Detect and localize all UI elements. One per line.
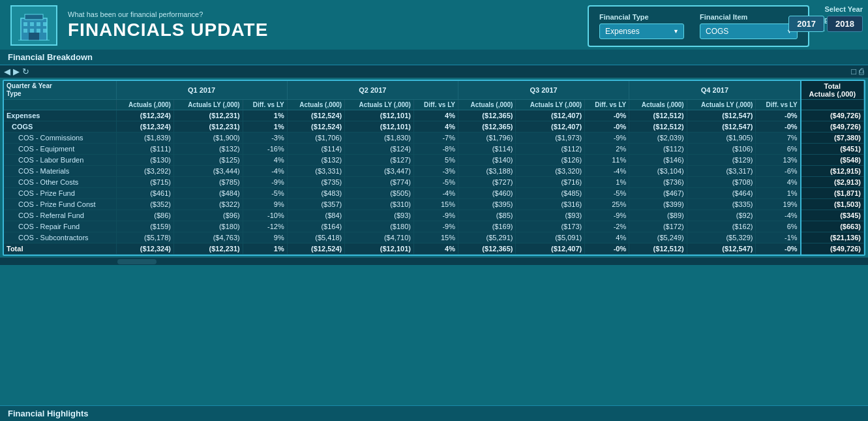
q3-actuals-ly-cell: ($173) (516, 221, 585, 232)
q3-actuals-ly-cell: ($126) (516, 155, 585, 166)
q1-header: Q1 2017 (116, 81, 287, 100)
q1-diff-cell: -16% (243, 144, 287, 155)
q1-actuals-cell: ($352) (116, 199, 173, 210)
total-cell: ($2,913) (801, 177, 864, 188)
q4-actuals-h: Actuals (,000) (629, 100, 687, 110)
q1-actuals-ly-cell: ($132) (173, 144, 243, 155)
q1-diff-cell: 1% (243, 121, 287, 133)
total-cell: ($49,726) (801, 243, 864, 255)
q3-diff-cell: -2% (585, 221, 629, 232)
q3-actuals-cell: ($5,291) (458, 232, 516, 243)
q3-actuals-cell: ($1,796) (458, 133, 516, 144)
q4-actuals-ly-cell: ($12,547) (687, 243, 756, 255)
q1-diff-cell: -12% (243, 221, 287, 232)
q2-actuals-cell: ($1,706) (287, 133, 344, 144)
year-2017-button[interactable]: 2017 (788, 16, 824, 32)
q4-actuals-cell: ($736) (629, 177, 687, 188)
q1-actuals-cell: ($12,324) (116, 110, 173, 121)
header: What has been our financial performance?… (0, 0, 868, 50)
total-cell: ($12,915) (801, 166, 864, 177)
q2-diff-cell: 4% (413, 243, 458, 255)
q3-actuals-ly-cell: ($12,407) (516, 243, 585, 255)
row-label-cell: COS - Prize Fund (4, 188, 116, 199)
q2-actuals-cell: ($164) (287, 221, 344, 232)
q2-actuals-ly-cell: ($4,710) (345, 232, 414, 243)
q4-actuals-ly-cell: ($12,547) (687, 121, 756, 133)
table-row: COGS($12,324)($12,231)1%($12,524)($12,10… (4, 121, 864, 133)
table-row: COS - Materials($3,292)($3,444)-4%($3,33… (4, 166, 864, 177)
financial-type-select-wrapper[interactable]: Expenses (599, 23, 684, 39)
q1-actuals-cell: ($5,178) (116, 232, 173, 243)
financial-type-select[interactable]: Expenses (599, 23, 684, 39)
q3-actuals-ly-cell: ($3,320) (516, 166, 585, 177)
row-label-cell: COS - Labor Burden (4, 155, 116, 166)
q1-diff-cell: 1% (243, 110, 287, 121)
year-2018-button[interactable]: 2018 (827, 16, 863, 32)
q3-diff-h: Diff. vs LY (585, 100, 629, 110)
print-icon[interactable]: ⎙ (859, 67, 864, 76)
horizontal-scrollbar[interactable] (0, 257, 868, 265)
q1-diff-cell: 1% (243, 243, 287, 255)
q4-actuals-ly-cell: ($129) (687, 155, 756, 166)
q1-actuals-cell: ($1,839) (116, 133, 173, 144)
q4-actuals-cell: ($12,512) (629, 110, 687, 121)
q2-actuals-ly-cell: ($12,101) (345, 243, 414, 255)
financial-item-select-wrapper[interactable]: COGS (700, 23, 798, 39)
q2-actuals-ly-cell: ($180) (345, 221, 414, 232)
svg-rect-9 (43, 29, 47, 33)
q4-diff-cell: 6% (756, 144, 801, 155)
q4-diff-cell: 4% (756, 177, 801, 188)
q4-actuals-ly-cell: ($162) (687, 221, 756, 232)
q3-actuals-ly-cell: ($1,973) (516, 133, 585, 144)
q2-actuals-cell: ($12,524) (287, 243, 344, 255)
q3-actuals-ly-cell: ($112) (516, 144, 585, 155)
q2-header: Q2 2017 (287, 81, 458, 100)
q4-diff-cell: 1% (756, 188, 801, 199)
refresh-icon[interactable]: ↻ (22, 67, 29, 76)
q1-actuals-ly-cell: ($3,444) (173, 166, 243, 177)
q1-diff-cell: -4% (243, 166, 287, 177)
q2-actuals-ly-cell: ($1,830) (345, 133, 414, 144)
financial-highlights-label: Financial Highlights (0, 405, 868, 421)
svg-rect-7 (30, 29, 34, 33)
q4-actuals-ly-cell: ($12,547) (687, 110, 756, 121)
q2-diff-cell: -5% (413, 177, 458, 188)
q1-diff-cell: 9% (243, 232, 287, 243)
q3-actuals-cell: ($3,188) (458, 166, 516, 177)
q1-actuals-cell: ($86) (116, 210, 173, 221)
q3-actuals-ly-cell: ($12,407) (516, 110, 585, 121)
q3-diff-cell: -9% (585, 133, 629, 144)
q4-actuals-cell: ($89) (629, 210, 687, 221)
q1-actuals-cell: ($715) (116, 177, 173, 188)
table-row: COS - Prize Fund($461)($484)-5%($483)($5… (4, 188, 864, 199)
row-label-cell: Expenses (4, 110, 116, 121)
q4-actuals-cell: ($399) (629, 199, 687, 210)
q1-actuals-ly-cell: ($12,231) (173, 121, 243, 133)
q3-actuals-cell: ($114) (458, 144, 516, 155)
total-cell: ($345) (801, 210, 864, 221)
back-icon[interactable]: ◀ (4, 67, 10, 76)
q1-actuals-cell: ($12,324) (116, 121, 173, 133)
q4-diff-cell: -0% (756, 110, 801, 121)
q4-actuals-cell: ($5,249) (629, 232, 687, 243)
forward-icon[interactable]: ▶ (13, 67, 20, 76)
q4-actuals-cell: ($12,512) (629, 121, 687, 133)
svg-rect-3 (30, 22, 34, 26)
q3-actuals-cell: ($12,365) (458, 243, 516, 255)
table-row: COS - Repair Fund($159)($180)-12%($164)(… (4, 221, 864, 232)
q4-actuals-ly-cell: ($106) (687, 144, 756, 155)
q4-actuals-cell: ($172) (629, 221, 687, 232)
financial-item-select[interactable]: COGS (700, 23, 798, 39)
q2-diff-cell: 4% (413, 110, 458, 121)
row-label-cell: COS - Referral Fund (4, 210, 116, 221)
q4-actuals-cell: ($12,512) (629, 243, 687, 255)
q3-actuals-ly-cell: ($485) (516, 188, 585, 199)
expand-icon[interactable]: □ (851, 67, 856, 76)
table-row: Expenses($12,324)($12,231)1%($12,524)($1… (4, 110, 864, 121)
q3-diff-cell: -0% (585, 110, 629, 121)
year-panel: Select Year 2017 2018 (788, 5, 863, 32)
q2-diff-cell: -9% (413, 210, 458, 221)
q3-actuals-cell: ($727) (458, 177, 516, 188)
q1-actuals-ly-cell: ($180) (173, 221, 243, 232)
q4-diff-cell: -4% (756, 210, 801, 221)
